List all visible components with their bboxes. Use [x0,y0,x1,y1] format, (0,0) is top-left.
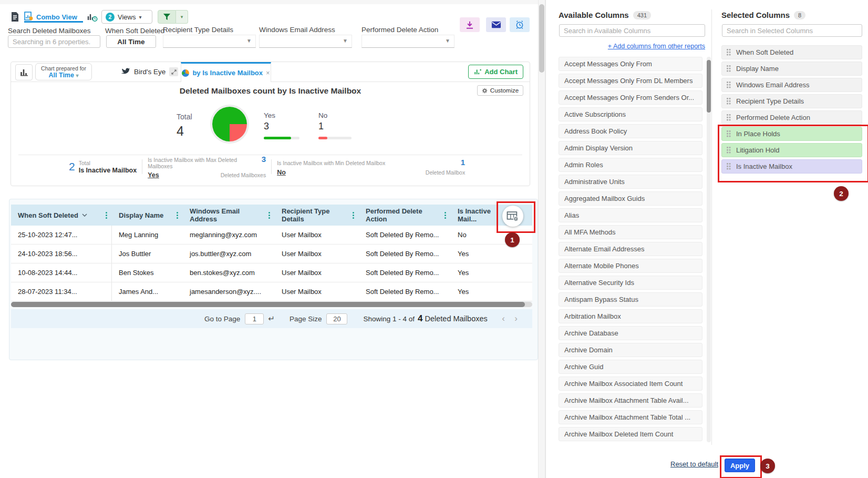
summary-max-key[interactable]: Yes [148,171,159,179]
available-column-item[interactable]: Admin Roles [559,158,702,172]
available-column-item[interactable]: Accept Messages Only From DL Members [559,74,702,88]
chart-type-button[interactable] [15,64,33,80]
goto-page-input[interactable] [245,313,264,324]
column-menu-icon[interactable] [445,212,446,219]
performed-delete-select[interactable]: ▼ [361,35,454,48]
selected-column-item[interactable]: Display Name [721,62,862,76]
expand-icon[interactable] [169,67,178,76]
table-row[interactable]: 25-10-2023 12:47... Meg Lanning meglanni… [11,226,532,245]
column-menu-icon[interactable] [353,212,354,219]
available-column-item[interactable]: Antispam Bypass Status [559,292,702,307]
available-column-item[interactable]: Aggregated Mailbox Guids [559,191,702,206]
selected-column-item[interactable]: Windows Email Address [721,78,862,92]
column-header-performed-delete[interactable]: Performed Delete Action [359,205,451,226]
drag-handle-icon[interactable] [727,98,731,105]
table-body: 25-10-2023 12:47... Meg Lanning meglanni… [11,226,532,301]
available-column-item[interactable]: Address Book Policy [559,124,702,138]
document-view-icon[interactable] [11,12,19,24]
selected-column-item[interactable]: Performed Delete Action [721,110,862,125]
active-chart-tab-label: by Is Inactive Mailbox [192,69,263,77]
total-label: Total [177,113,192,121]
available-column-item[interactable]: Archive Guid [559,360,702,374]
available-column-item[interactable]: Archive Mailbox Associated Item Count [559,377,702,391]
email-icon [491,21,501,28]
available-column-item[interactable]: Admin Display Version [559,141,702,155]
tab-birds-eye[interactable]: Bird's Eye [116,62,183,82]
next-page-icon[interactable]: › [514,313,518,324]
windows-email-select[interactable]: ▼ [259,35,352,48]
available-column-item[interactable]: Archive Database [559,326,702,340]
chart-title: Deleted Mailboxes count by Is Inactive M… [11,86,530,96]
available-column-item[interactable]: Accept Messages Only From [559,57,702,71]
drag-handle-icon[interactable] [727,65,731,72]
close-icon[interactable]: × [266,69,270,77]
column-menu-icon[interactable] [106,212,107,219]
selected-column-label: Recipient Type Details [736,97,804,105]
available-column-item[interactable]: Active Subscriptions [559,107,702,121]
available-column-item[interactable]: Archive Mailbox Deleted Item Count [559,427,702,441]
horizontal-scrollbar[interactable] [11,302,532,307]
drag-handle-icon[interactable] [727,82,731,88]
available-column-item[interactable]: Alias [559,208,702,222]
chart-prepared-for-button[interactable]: Chart prepared for All Time ▾ [35,63,92,80]
available-column-item[interactable]: Accept Messages Only From Senders Or... [559,90,702,105]
column-header-recipient-type[interactable]: Recipient Type Details [275,205,359,226]
search-deleted-mailboxes-input[interactable] [8,35,100,48]
add-chart-button[interactable]: Add Chart [468,65,523,79]
available-columns-search-input[interactable] [559,24,705,37]
summary-max-unit: Deleted Mailboxes [221,172,266,178]
table-row[interactable]: 24-10-2023 18:56... Jos Buttler jos.butt… [11,245,532,263]
filter-dropdown-caret[interactable]: ▾ [176,10,188,24]
available-column-item[interactable]: Alternate Mobile Phones [559,259,702,273]
pie-chart[interactable] [212,107,247,141]
table-row[interactable]: 10-08-2023 14:44... Ben Stokes ben.stoke… [11,263,532,282]
available-column-item[interactable]: Alternative Security Ids [559,276,702,290]
column-menu-icon[interactable] [177,212,178,219]
available-column-item[interactable]: Alternate Email Addresses [559,242,702,256]
divider [271,159,272,174]
selected-column-item[interactable]: When Soft Deleted [721,45,862,59]
selected-columns-search-input[interactable] [722,24,862,37]
column-menu-icon[interactable] [268,212,270,219]
column-header-windows-email[interactable]: Windows Email Address [183,205,275,226]
previous-page-icon[interactable]: ‹ [502,313,505,324]
available-column-item[interactable]: Arbitration Mailbox [559,309,702,323]
table-row[interactable]: 28-07-2023 11:34... James And... jamesan… [11,282,532,301]
filter-button[interactable]: ▾ [158,10,188,24]
select-caret-icon: ▼ [343,38,348,44]
summary-min-block: Is Inactive Mailbox with Min Deleted Mai… [277,158,465,176]
active-tab-underline [24,21,83,23]
available-column-item[interactable]: Archive Mailbox Attachment Table Avail..… [559,393,702,408]
drag-handle-icon[interactable] [727,114,731,121]
when-soft-deleted-value-button[interactable]: All Time [106,35,156,48]
summary-min-key[interactable]: No [277,169,286,176]
column-header-when-soft-deleted[interactable]: When Soft Deleted [11,205,112,226]
views-button[interactable]: 2 Views ▾ [101,10,152,24]
recipient-type-select[interactable]: ▼ [163,35,256,48]
available-list-scrollbar[interactable] [707,57,711,442]
selected-column-item[interactable]: Recipient Type Details [721,94,862,108]
scrollbar-thumb[interactable] [11,302,525,307]
add-chart-icon [474,68,481,75]
drag-handle-icon[interactable] [727,49,731,56]
scrollbar-thumb[interactable] [707,60,711,113]
available-column-item[interactable]: All MFA Methods [559,225,702,239]
download-button[interactable] [460,17,480,32]
cell-performed-delete: Soft Deleted By Remo... [359,282,451,301]
reset-to-default-link[interactable]: Reset to default [670,460,718,468]
column-header-display-name[interactable]: Display Name [112,205,183,226]
enter-icon[interactable]: ↵ [268,314,275,323]
filter-funnel-icon[interactable] [158,10,176,24]
available-columns-heading: Available Columns 431 [559,11,651,19]
available-column-item[interactable]: Archive Mailbox Attachment Table Total .… [559,410,702,424]
page-size-input[interactable] [326,313,347,324]
chart-view-icon[interactable] [87,12,98,24]
add-columns-link[interactable]: + Add columns from other reports [559,43,705,50]
page-scrollbar-thumb[interactable] [539,4,544,73]
performed-delete-filter-label: Performed Delete Action [361,26,438,34]
available-column-item[interactable]: Administrative Units [559,175,702,189]
email-button[interactable] [486,17,506,32]
tab-by-is-inactive-mailbox[interactable]: by Is Inactive Mailbox × [181,62,271,82]
schedule-button[interactable] [510,17,530,32]
available-column-item[interactable]: Archive Domain [559,343,702,357]
